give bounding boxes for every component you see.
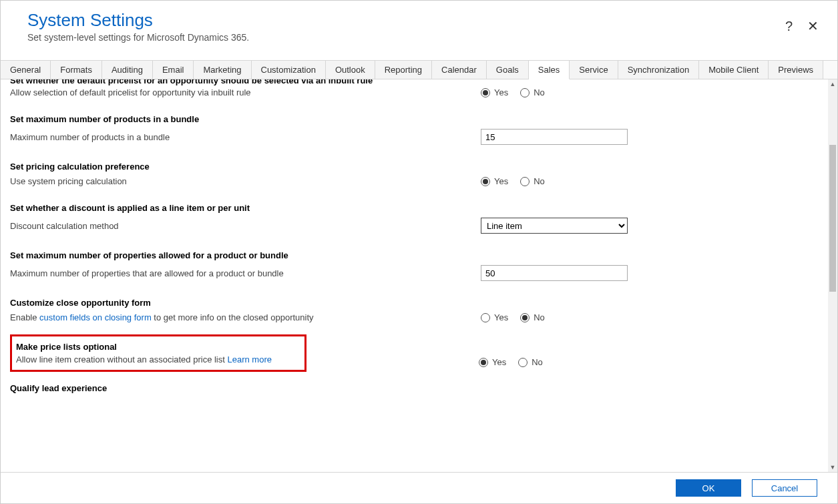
tab-auditing[interactable]: Auditing — [102, 61, 153, 79]
tab-outlook[interactable]: Outlook — [326, 61, 375, 79]
section-default-pricelist-heading-partial: Set whether the default pricelist for an… — [10, 79, 828, 85]
dialog-footer: OK Cancel — [1, 472, 837, 503]
vertical-scrollbar[interactable]: ▲ ▼ — [828, 79, 837, 472]
max-properties-label: Maximum number of properties that are al… — [10, 268, 481, 278]
scroll-up-icon[interactable]: ▲ — [828, 79, 837, 89]
close-opportunity-label: Enable custom fields on closing form to … — [10, 312, 481, 322]
pricing-pref-label: Use system pricing calculation — [10, 176, 481, 186]
highlight-make-price-lists-optional: Make price lists optional Allow line ite… — [10, 334, 306, 372]
pricing-pref-yes[interactable]: Yes — [481, 176, 508, 186]
section-discount-heading: Set whether a discount is applied as a l… — [10, 188, 828, 216]
scrollbar-thumb[interactable] — [829, 145, 836, 292]
close-opportunity-radio-group: Yes No — [481, 312, 828, 322]
price-lists-optional-yes[interactable]: Yes — [479, 357, 506, 367]
dialog-header: System Settings Set system-level setting… — [1, 1, 837, 60]
page-subtitle: Set system-level settings for Microsoft … — [27, 32, 811, 43]
price-lists-optional-label: Allow line item creation without an asso… — [16, 354, 300, 364]
section-qualify-lead-heading: Qualify lead experience — [10, 374, 828, 396]
settings-scroll-area: Set whether the default pricelist for an… — [1, 79, 828, 472]
max-products-label: Maximum number of products in a bundle — [10, 132, 481, 142]
ok-button[interactable]: OK — [676, 479, 741, 497]
scroll-down-icon[interactable]: ▼ — [828, 463, 837, 472]
discount-method-label: Discount calculation method — [10, 221, 481, 231]
tab-general[interactable]: General — [1, 61, 51, 79]
tab-service[interactable]: Service — [570, 61, 618, 79]
default-pricelist-yes[interactable]: Yes — [481, 87, 508, 97]
tab-goals[interactable]: Goals — [487, 61, 529, 79]
section-pricing-pref-heading: Set pricing calculation preference — [10, 147, 828, 174]
tab-marketing[interactable]: Marketing — [194, 61, 251, 79]
pricing-pref-radio-group: Yes No — [481, 176, 828, 186]
tab-bar: General Formats Auditing Email Marketing… — [1, 60, 837, 79]
tab-customization[interactable]: Customization — [252, 61, 326, 79]
tab-sales[interactable]: Sales — [529, 61, 570, 79]
tab-calendar[interactable]: Calendar — [432, 61, 487, 79]
price-lists-optional-radio-group: Yes No — [479, 357, 828, 367]
section-close-opportunity-heading: Customize close opportunity form — [10, 283, 828, 310]
help-icon[interactable]: ? — [785, 19, 793, 33]
default-pricelist-radio-group: Yes No — [481, 87, 828, 97]
discount-method-select[interactable]: Line item — [481, 218, 628, 234]
tab-email[interactable]: Email — [153, 61, 194, 79]
tab-synchronization[interactable]: Synchronization — [618, 61, 700, 79]
section-price-lists-optional-heading: Make price lists optional — [16, 339, 300, 354]
cancel-button[interactable]: Cancel — [752, 479, 817, 497]
system-settings-window: System Settings Set system-level setting… — [0, 0, 838, 504]
tab-formats[interactable]: Formats — [51, 61, 102, 79]
content-area: Set whether the default pricelist for an… — [1, 79, 837, 472]
close-opportunity-yes[interactable]: Yes — [481, 312, 508, 322]
default-pricelist-label: Allow selection of default pricelist for… — [10, 87, 481, 97]
section-max-products-heading: Set maximum number of products in a bund… — [10, 99, 828, 127]
tab-reporting[interactable]: Reporting — [375, 61, 432, 79]
max-products-input[interactable] — [481, 129, 628, 145]
close-icon[interactable]: ✕ — [807, 19, 819, 33]
close-opportunity-no[interactable]: No — [520, 312, 545, 322]
custom-fields-on-closing-form-link[interactable]: custom fields on closing form — [39, 312, 152, 322]
learn-more-link[interactable]: Learn more — [227, 354, 271, 364]
max-properties-input[interactable] — [481, 265, 628, 281]
page-title: System Settings — [27, 10, 811, 31]
section-max-properties-heading: Set maximum number of properties allowed… — [10, 236, 828, 263]
pricing-pref-no[interactable]: No — [520, 176, 545, 186]
titlebar-icons: ? ✕ — [785, 19, 819, 33]
tab-mobile-client[interactable]: Mobile Client — [699, 61, 769, 79]
tab-previews[interactable]: Previews — [769, 61, 823, 79]
default-pricelist-no[interactable]: No — [520, 87, 545, 97]
price-lists-optional-no[interactable]: No — [518, 357, 543, 367]
